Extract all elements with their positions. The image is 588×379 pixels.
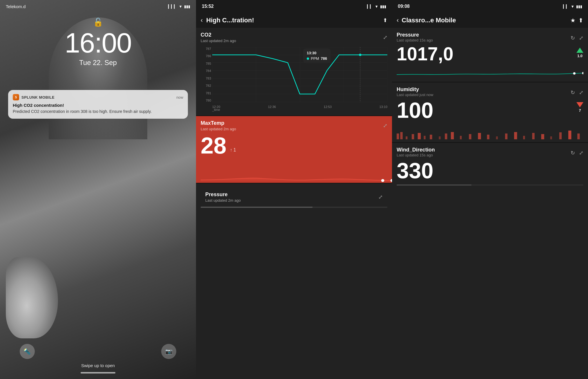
humidity-refresh-icon[interactable]: ↻ (571, 89, 575, 96)
co2-chart-tooltip: 13:30 PPM 786 (303, 48, 331, 63)
y-label-781: 781 (206, 91, 211, 95)
lockscreen-date: Tue 22. Sep (0, 59, 196, 67)
svg-rect-22 (412, 134, 414, 139)
cls-wind-header: Wind_Direction Last updated 15s ago ↻ ⤢ (397, 147, 583, 159)
cls-signal-icon: ▎▎ (563, 4, 569, 9)
humidity-sparkline-svg (397, 122, 583, 139)
svg-rect-26 (439, 136, 440, 139)
co2-title-group: CO2 Last updated 2m ago (201, 32, 236, 43)
tooltip-value: 786 (321, 56, 327, 61)
cls-humidity-title: Humidity (397, 86, 433, 93)
delta-arrow: ↑ (230, 147, 232, 153)
flashlight-icon[interactable]: 🔦 (20, 344, 35, 359)
svg-rect-35 (514, 132, 517, 139)
camera-icon[interactable]: 📷 (161, 344, 176, 359)
svg-point-15 (381, 179, 384, 182)
pressure-bottom-widget: Pressure Last updated 2m ago ⤢ (196, 183, 392, 379)
classroom-share-button[interactable]: ⬆ (578, 17, 583, 24)
co2-widget: CO2 Last updated 2m ago ⤢ 787 786 785 78… (196, 28, 392, 115)
notification-time: now (176, 95, 183, 100)
co2-share-button[interactable]: ⬆ (383, 17, 387, 24)
pressure-progress-fill (201, 207, 313, 208)
cls-wind-title-group: Wind_Direction Last updated 15s ago (397, 147, 435, 159)
carrier-label: Telekom.d (6, 4, 26, 9)
classroom-back-button[interactable]: ‹ (397, 17, 399, 24)
wind-refresh-icon[interactable]: ↻ (571, 150, 575, 156)
co2-chart-container: 787 786 785 784 783 782 781 780 (201, 47, 387, 111)
svg-rect-38 (541, 134, 544, 139)
cls-humidity-subtitle: Last updated just now (397, 93, 433, 97)
cls-humidity-value: 100 (397, 99, 433, 121)
lock-icon: 🔓 (93, 17, 103, 27)
classroom-nav-title: Classro...e Mobile (402, 17, 567, 24)
co2-back-button[interactable]: ‹ (201, 17, 203, 24)
status-icons-right: ▎▎▎ ▼ ▮▮▮ (168, 4, 190, 9)
pressure-bottom-header: Pressure Last updated 2m ago ⤢ (201, 187, 387, 204)
maxtemp-delta: ↑ 1 (230, 147, 236, 157)
y-label-786: 786 (206, 54, 211, 58)
co2-signal-icon: ▎▎ (367, 4, 373, 9)
cls-pressure-header: Pressure Last updated 15s ago ↻ ⤢ (397, 32, 583, 44)
maxtemp-widget-header: MaxTemp Last updated 2m ago ⤢ (196, 116, 392, 133)
co2-status-bar: 15:52 ▎▎ ▼ ▮▮▮ (196, 0, 392, 13)
cls-pressure-value: 1017,0 (397, 45, 453, 63)
battery-icon: ▮▮▮ (184, 4, 190, 9)
humidity-delta-down-triangle (576, 102, 583, 107)
svg-rect-28 (451, 132, 454, 139)
co2-widget-header: CO2 Last updated 2m ago ⤢ (196, 28, 392, 45)
x-label-1236: 12:36 (268, 105, 276, 109)
pressure-expand-icon[interactable]: ⤢ (579, 35, 583, 41)
classroom-nav-bar: ‹ Classro...e Mobile ★ ⬆ (392, 13, 588, 28)
co2-expand-icon[interactable]: ⤢ (383, 34, 387, 41)
svg-rect-36 (523, 136, 525, 139)
svg-point-18 (582, 72, 583, 74)
svg-rect-21 (406, 136, 407, 139)
svg-rect-19 (397, 133, 399, 139)
wind-expand-icon[interactable]: ⤢ (579, 150, 583, 156)
cls-pressure-widget: Pressure Last updated 15s ago ↻ ⤢ 1017,0… (392, 28, 588, 82)
humidity-delta-num: 7 (579, 108, 581, 113)
maxtemp-widget: MaxTemp Last updated 2m ago ⤢ 28 ↑ 1 (196, 116, 392, 183)
humidity-sparkline (397, 122, 583, 139)
cls-wind-widget: Wind_Direction Last updated 15s ago ↻ ⤢ … (392, 143, 588, 379)
notification-card[interactable]: S SPLUNK MOBILE now High CO2 concentrati… (8, 90, 188, 119)
svg-rect-31 (478, 133, 481, 139)
co2-nav-title: High C...tration! (206, 17, 380, 24)
cls-wind-subtitle: Last updated 15s ago (397, 153, 435, 157)
classroom-status-time: 09:08 (398, 4, 410, 9)
cls-pressure-actions: ↻ ⤢ (571, 35, 583, 41)
y-label-785: 785 (206, 62, 211, 65)
pressure-progress-bar (201, 207, 387, 208)
lockscreen-time: 16:00 (0, 29, 196, 57)
co2-status-time: 15:52 (202, 4, 214, 9)
classroom-panel: 09:08 ▎▎ ▼ ▮▮▮ ‹ Classro...e Mobile ★ ⬆ … (392, 0, 588, 379)
notification-header: S SPLUNK MOBILE now (13, 94, 183, 100)
svg-rect-34 (505, 133, 507, 139)
co2-chart-svg (212, 47, 387, 102)
pressure-refresh-icon[interactable]: ↻ (571, 35, 575, 41)
co2-svg-area: 13:30 PPM 786 (212, 47, 387, 102)
maxtemp-value-row: 28 ↑ 1 (196, 133, 392, 160)
pressure-sparkline (397, 64, 583, 79)
cls-wind-value-row: 330 (397, 160, 583, 182)
maxtemp-chart-svg (201, 160, 392, 183)
svg-rect-37 (532, 133, 534, 139)
svg-rect-42 (577, 133, 580, 139)
x-axis-time-label: _time (212, 108, 220, 111)
cls-humidity-header: Humidity Last updated just now ↻ ⤢ (397, 86, 583, 99)
co2-y-labels: 787 786 785 784 783 782 781 780 (201, 47, 211, 102)
co2-status-icons: ▎▎ ▼ ▮▮▮ (367, 4, 386, 9)
y-label-783: 783 (206, 77, 211, 80)
pressure-bottom-expand[interactable]: ⤢ (378, 194, 383, 200)
wind-progress-fill (397, 185, 471, 185)
notification-title: High CO2 concentration! (13, 103, 183, 108)
maxtemp-expand-icon[interactable]: ⤢ (383, 122, 387, 129)
swipe-bar-area: 🔦 📷 Swipe up to open (0, 338, 196, 379)
classroom-star-button[interactable]: ★ (570, 17, 576, 24)
cls-pressure-title-group: Pressure Last updated 15s ago (397, 32, 433, 44)
cls-wind-title: Wind_Direction (397, 147, 435, 153)
lockscreen-status-bar: Telekom.d ▎▎▎ ▼ ▮▮▮ (0, 0, 196, 13)
wifi-icon: ▼ (179, 4, 182, 9)
cls-wind-value: 330 (397, 160, 433, 182)
humidity-expand-icon[interactable]: ⤢ (579, 89, 583, 96)
